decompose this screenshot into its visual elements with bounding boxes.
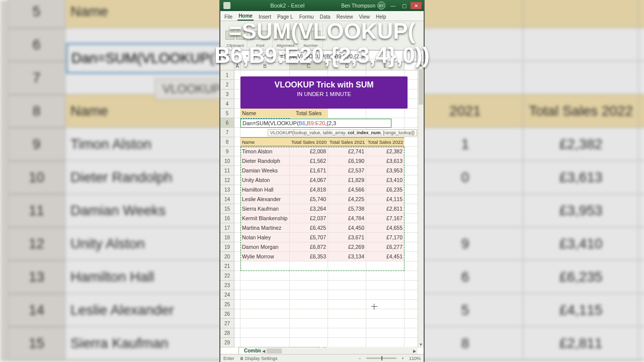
cell[interactable] <box>234 271 240 280</box>
cell[interactable] <box>366 271 405 280</box>
cell[interactable] <box>234 80 240 89</box>
cell[interactable]: £2,382 <box>366 147 405 156</box>
cell[interactable]: £3,264 <box>290 204 328 213</box>
hscroll-thumb[interactable] <box>267 348 282 353</box>
cell[interactable]: £3,613 <box>366 156 405 165</box>
active-cell-editor[interactable]: Dan=SUM(VLOOKUP(B6,B9:E20,{2,3 <box>240 119 391 128</box>
cell[interactable] <box>290 309 328 318</box>
cell[interactable]: Leslie Alexander <box>240 195 290 204</box>
cell[interactable] <box>290 300 328 309</box>
row-header[interactable]: 27 <box>220 319 234 328</box>
cell[interactable] <box>366 338 405 347</box>
row-header[interactable]: 7 <box>220 128 234 137</box>
row-header[interactable]: 8 <box>220 137 234 147</box>
cell[interactable] <box>234 281 240 290</box>
cell[interactable]: £4,067 <box>290 175 328 185</box>
zoom-out-icon[interactable]: − <box>358 356 361 361</box>
cell[interactable]: Name <box>240 137 290 146</box>
ribbon-tab[interactable]: Data <box>319 13 332 21</box>
ribbon-tab[interactable]: Help <box>375 13 387 21</box>
select-all-corner[interactable] <box>220 62 234 70</box>
row-header[interactable]: 17 <box>220 223 234 233</box>
scroll-thumb[interactable] <box>419 69 423 105</box>
cell[interactable]: £2,037 <box>290 214 328 223</box>
cell[interactable]: £5,740 <box>290 195 328 204</box>
cell[interactable] <box>366 290 405 299</box>
cell[interactable]: £1,829 <box>328 175 366 185</box>
cell[interactable] <box>234 290 240 299</box>
cell[interactable] <box>290 261 328 270</box>
cell[interactable]: Dieter Randolph <box>240 156 290 165</box>
cell[interactable]: £4,115 <box>366 195 405 204</box>
ribbon-button[interactable] <box>225 31 234 40</box>
cell[interactable] <box>328 300 366 309</box>
row-header[interactable]: 21 <box>220 261 234 271</box>
user-avatar[interactable]: BT <box>377 2 385 10</box>
scroll-up-icon[interactable]: ▲ <box>418 62 424 68</box>
ribbon-button[interactable] <box>286 31 295 40</box>
cell[interactable] <box>240 271 290 280</box>
row-header[interactable]: 15 <box>220 204 234 214</box>
cell[interactable]: £2,008 <box>290 147 328 156</box>
column-header[interactable]: E <box>366 62 405 70</box>
cell[interactable]: Nolan Haley <box>240 233 290 242</box>
cell[interactable] <box>366 261 405 270</box>
cell[interactable] <box>234 118 240 127</box>
cell[interactable] <box>234 147 240 156</box>
cell[interactable]: £6,277 <box>366 242 405 251</box>
cell[interactable] <box>234 195 240 204</box>
cell[interactable]: £6,235 <box>366 185 405 194</box>
enter-icon[interactable]: ✓ <box>260 50 269 62</box>
cell[interactable]: £2,811 <box>366 204 405 213</box>
cell[interactable]: £4,225 <box>328 195 366 204</box>
ribbon-tab[interactable]: Review <box>336 13 354 21</box>
cell[interactable] <box>234 233 240 242</box>
ribbon-button[interactable] <box>301 31 310 40</box>
cell[interactable]: £6,425 <box>290 223 328 232</box>
cell[interactable]: £3,410 <box>366 175 405 185</box>
cell[interactable] <box>234 309 240 318</box>
cell[interactable] <box>366 319 405 328</box>
fx-icon[interactable]: fx <box>269 50 278 62</box>
cell[interactable]: Damian Weeks <box>240 166 290 175</box>
scroll-left-icon[interactable]: ◀ <box>261 349 267 353</box>
expand-formula-icon[interactable]: ▾ <box>417 50 424 62</box>
cell[interactable]: £5,738 <box>328 204 366 213</box>
row-header[interactable]: 14 <box>220 195 234 204</box>
ribbon-tab[interactable]: View <box>358 13 371 21</box>
cell[interactable] <box>234 175 240 185</box>
cell[interactable]: Name <box>240 109 290 118</box>
cell[interactable]: £6,353 <box>290 252 328 261</box>
cell[interactable] <box>240 338 290 347</box>
cell[interactable]: £2,269 <box>328 242 366 251</box>
cell[interactable] <box>366 300 405 309</box>
cell[interactable]: £7,167 <box>366 214 405 223</box>
cell[interactable]: Total Sales <box>290 109 328 118</box>
row-header[interactable]: 9 <box>220 147 234 156</box>
cell[interactable]: Total Sales 2020 <box>290 137 328 146</box>
cell[interactable]: £4,566 <box>328 185 366 194</box>
cell[interactable] <box>366 109 405 118</box>
row-header[interactable]: 2 <box>220 80 234 89</box>
column-header[interactable]: A <box>234 62 240 70</box>
cell[interactable]: £1,562 <box>290 156 328 165</box>
cell[interactable] <box>328 261 366 270</box>
cell[interactable]: Sierra Kaufman <box>240 204 290 213</box>
row-header[interactable]: 18 <box>220 233 234 242</box>
cell[interactable]: £4,450 <box>328 223 366 232</box>
cell[interactable] <box>328 338 366 347</box>
cell[interactable] <box>234 319 240 328</box>
cell[interactable]: £4,784 <box>328 214 366 223</box>
zoom-level[interactable]: 110% <box>409 356 421 361</box>
chevron-down-icon[interactable]: ▾ <box>246 54 248 58</box>
cancel-icon[interactable]: ✕ <box>251 50 260 62</box>
row-header[interactable]: 13 <box>220 185 234 195</box>
zoom-in-icon[interactable]: + <box>401 356 404 361</box>
ribbon-tab[interactable]: File <box>223 13 233 21</box>
vertical-scrollbar[interactable]: ▲ ▼ <box>418 62 424 348</box>
cell[interactable] <box>328 328 366 337</box>
cell[interactable] <box>366 309 405 318</box>
row-header[interactable]: 16 <box>220 214 234 223</box>
cell[interactable] <box>234 328 240 337</box>
ribbon-tab[interactable]: Page L <box>276 13 294 21</box>
